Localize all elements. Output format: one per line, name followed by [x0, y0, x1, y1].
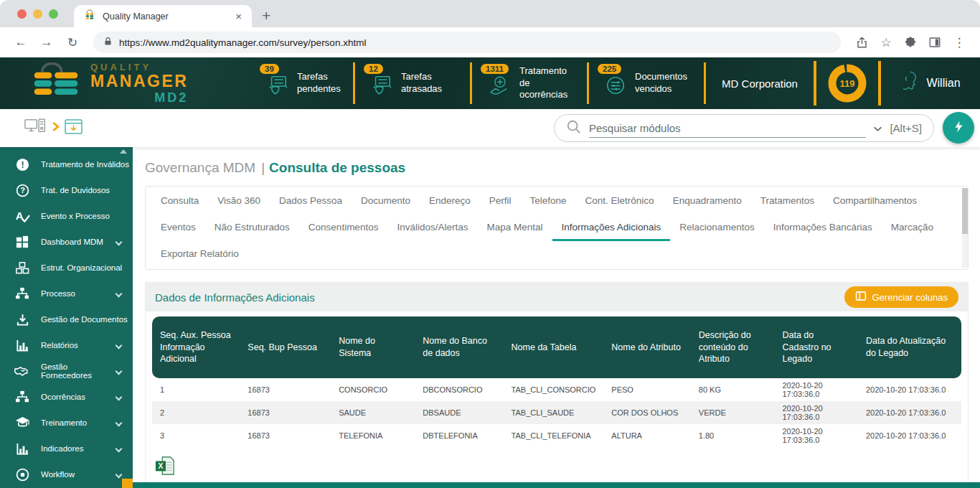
sidebar-item-tratamento-de-invalidos[interactable]: !Tratamento de Inválidos — [0, 151, 133, 177]
tab-nao-estruturados[interactable]: Não Estruturados — [205, 215, 299, 241]
columns-icon — [855, 291, 867, 304]
header-stat-tratamento-de-ocorrencias[interactable]: 1311Tratamento de ocorrências — [472, 57, 587, 109]
manage-columns-button[interactable]: Gerenciar colunas — [844, 286, 959, 308]
tab-telefone[interactable]: Telefone — [521, 188, 576, 215]
maximize-window-button[interactable] — [49, 9, 58, 19]
tab-visao-360[interactable]: Visão 360 — [208, 188, 270, 215]
bar-chart-icon — [14, 339, 30, 352]
favicon — [84, 9, 95, 24]
sidebar-item-gestao-de-documentos[interactable]: Gestão de Documentos — [0, 306, 133, 332]
panel-title: Dados de Informações Adicionais — [155, 291, 315, 304]
tab-invalidos-alertas[interactable]: Inválidos/Alertas — [387, 215, 477, 241]
score-gauge[interactable]: 119 — [816, 63, 878, 103]
export-excel-button[interactable]: X — [155, 456, 175, 478]
page-title-current: Consulta de pessoas — [269, 160, 405, 175]
search-dropdown-chevron-icon[interactable] — [873, 122, 882, 135]
chevron-down-icon — [116, 342, 123, 349]
chevron-down-icon — [116, 393, 123, 400]
main-content: Governança MDM|Consulta de pessoas Consu… — [133, 147, 980, 488]
app-header: QUALITY MANAGER MD2 39Tarefas pendentes1… — [0, 57, 980, 109]
quick-actions-button[interactable] — [943, 112, 974, 144]
tab-consulta[interactable]: Consulta — [151, 188, 208, 215]
sidebar-item-dashboard-mdm[interactable]: Dashboard MDM — [0, 229, 133, 255]
chevron-down-icon — [116, 471, 123, 478]
sidebar-item-processo[interactable]: Processo — [0, 281, 133, 306]
sidebar-item-gestao-fornecedores[interactable]: Gestão Fornecedores — [0, 358, 133, 384]
tab-marcacao[interactable]: Marcação — [882, 215, 943, 241]
tab-enquadramento[interactable]: Enquadramento — [664, 188, 751, 215]
browser-menu-icon[interactable]: ⋮ — [948, 32, 970, 52]
tab-tratamentos[interactable]: Tratamentos — [751, 188, 824, 215]
sidebar-item-trat-de-duvidosos[interactable]: ?Trat. de Duvidosos — [0, 177, 133, 203]
reload-icon[interactable]: ↻ — [62, 35, 83, 50]
tab-relacionamentos[interactable]: Relacionamentos — [670, 215, 763, 241]
tab-perfil[interactable]: Perfil — [480, 188, 521, 215]
workstation-icon[interactable] — [24, 118, 47, 139]
sidebar-item-label: Workflow — [41, 470, 75, 479]
browser-tab[interactable]: Quality Manager × — [74, 5, 252, 27]
exclamation-circle-icon: ! — [14, 158, 30, 172]
back-icon[interactable]: ← — [10, 35, 32, 50]
url-input[interactable] — [119, 37, 831, 48]
tab-cont-eletronico[interactable]: Cont. Eletrônico — [576, 188, 664, 215]
logo-line-quality: QUALITY — [90, 62, 188, 72]
sidebar: !Tratamento de Inválidos?Trat. de Duvido… — [0, 147, 133, 488]
header-stat-documentos-vencidos[interactable]: 225Documentos vencidos — [589, 57, 704, 109]
tab-informacoes-adicionais[interactable]: Informações Adicionais — [552, 215, 671, 241]
address-bar: ← → ↻ ☆ ⋮ — [0, 27, 980, 57]
tab-documento[interactable]: Documento — [352, 188, 420, 215]
table-cell: DBTELEFONIA — [415, 424, 503, 447]
table-cell: 16873 — [240, 378, 331, 401]
user-menu[interactable]: Willian — [881, 70, 980, 96]
column-header-seq-bup-pessoa: Seq. Bup Pessoa — [240, 316, 331, 378]
header-stat-tarefas-atrasadas[interactable]: 12Tarefas atrasadas — [355, 57, 470, 109]
search-icon — [566, 119, 582, 138]
sidebar-item-ocorrencias[interactable]: Ocorrências — [0, 384, 133, 410]
table-cell: 2020-10-20 17:03:36.0 — [858, 378, 961, 401]
header-stat-tarefas-pendentes[interactable]: 39Tarefas pendentes — [251, 57, 353, 109]
url-field[interactable] — [93, 32, 841, 53]
tab-close-icon[interactable]: × — [232, 10, 245, 22]
module-window-icon[interactable] — [65, 119, 83, 137]
table-cell: 1.80 — [691, 424, 775, 447]
side-panel-icon[interactable] — [924, 32, 946, 52]
sidebar-item-label: Processo — [41, 289, 75, 298]
table-row[interactable]: 116873CONSORCIODBCONSORCIOTAB_CLI_CONSOR… — [152, 378, 961, 401]
sidebar-item-estrut-organizacional[interactable]: Estrut. Organizacional — [0, 255, 133, 281]
tab-endereco[interactable]: Endereço — [420, 188, 480, 215]
table-cell: 2 — [152, 401, 240, 424]
sidebar-item-indicadores[interactable]: Indicadores — [0, 436, 133, 461]
bookmark-star-icon[interactable]: ☆ — [875, 32, 897, 52]
tab-exportar-relatorio[interactable]: Exportar Relatório — [151, 241, 248, 268]
sidebar-item-relatorios[interactable]: Relatórios — [0, 332, 133, 358]
extensions-puzzle-icon[interactable] — [900, 32, 921, 52]
tab-eventos[interactable]: Eventos — [151, 215, 205, 241]
logo-lock-icon — [30, 62, 82, 104]
table-cell: COR DOS OLHOS — [603, 401, 690, 424]
panel-header: Dados de Informações Adicionais Gerencia… — [146, 283, 968, 311]
tab-informacoes-bancarias[interactable]: Informações Bancárias — [764, 215, 882, 241]
tasks-shield-icon — [267, 74, 288, 100]
sidebar-item-workflow[interactable]: Workflow — [0, 461, 133, 487]
tab-dados-pessoa[interactable]: Dados Pessoa — [270, 188, 352, 215]
close-window-button[interactable] — [17, 9, 27, 19]
sidebar-item-treinamento[interactable]: Treinamento — [0, 410, 133, 436]
tabs-scrollbar[interactable] — [962, 188, 968, 268]
tab-mapa-mental[interactable]: Mapa Mental — [477, 215, 552, 241]
sidebar-item-evento-x-processo[interactable]: AEvento x Processo — [0, 203, 133, 229]
table-row[interactable]: 216873SAUDEDBSAUDETAB_CLI_SAUDECOR DOS O… — [152, 401, 961, 424]
table-row[interactable]: 316873TELEFONIADBTELEFONIATAB_CLI_TELEFO… — [152, 424, 961, 447]
sidebar-item-label: Evento x Processo — [41, 212, 110, 220]
search-shortcut-hint: [Alt+S] — [890, 122, 922, 134]
sidebar-scroll-up-icon[interactable] — [120, 149, 127, 154]
user-profile-icon — [900, 70, 918, 96]
tab-compartilhamentos[interactable]: Compartilhamentos — [824, 188, 926, 215]
search-input[interactable] — [589, 122, 866, 134]
sidebar-item-label: Tratamento de Inválidos — [41, 160, 129, 169]
share-icon[interactable] — [851, 32, 872, 52]
new-tab-button[interactable]: + — [262, 7, 270, 24]
forward-icon[interactable]: → — [36, 35, 57, 50]
tab-consentimentos[interactable]: Consentimentos — [299, 215, 388, 241]
minimize-window-button[interactable] — [33, 9, 42, 19]
chevron-down-icon — [116, 238, 123, 245]
